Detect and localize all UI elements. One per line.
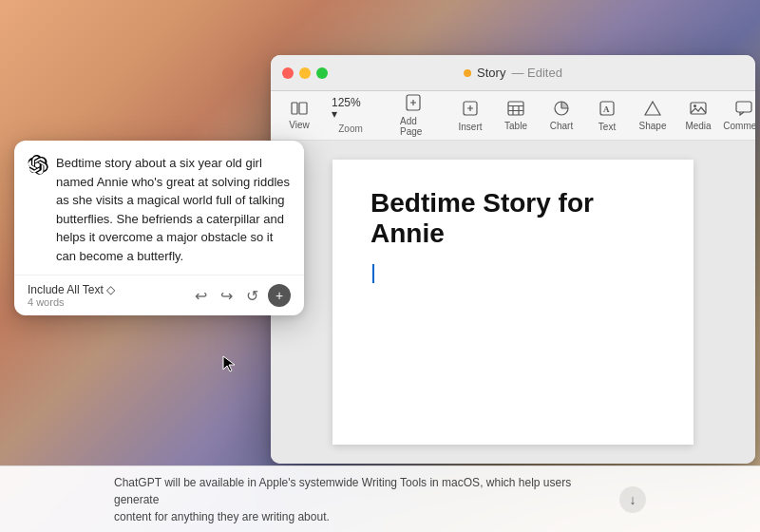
redo-button[interactable]: ↪ — [217, 285, 237, 307]
shape-label: Shape — [639, 121, 667, 131]
add-page-label: Add Page — [400, 116, 427, 137]
toolbar-shape[interactable]: Shape — [632, 97, 674, 135]
svg-point-20 — [694, 104, 696, 107]
shape-icon — [644, 101, 661, 119]
chart-label: Chart — [550, 121, 573, 131]
title-dot-icon — [464, 69, 471, 77]
chart-icon — [553, 101, 570, 119]
toolbar-view[interactable]: View — [278, 97, 320, 134]
close-button[interactable] — [282, 67, 294, 79]
chatgpt-popup: Bedtime story about a six year old girl … — [14, 141, 304, 315]
view-icon — [291, 101, 308, 118]
window-edited-text: — Edited — [511, 66, 561, 80]
undo-button[interactable]: ↩ — [191, 285, 211, 307]
media-icon — [690, 101, 707, 119]
window-titlebar: Story — Edited — [271, 55, 755, 91]
window-toolbar: View 125% ▾ Zoom Add Page — [271, 91, 755, 141]
comment-label: Comment — [723, 121, 755, 131]
table-icon — [507, 101, 524, 119]
svg-rect-21 — [736, 102, 751, 112]
maximize-button[interactable] — [316, 67, 328, 79]
chatgpt-logo-icon — [28, 155, 48, 176]
svg-marker-18 — [645, 102, 660, 115]
zoom-value-label: 125% ▾ — [332, 97, 370, 120]
media-label: Media — [685, 121, 711, 131]
text-cursor — [372, 264, 374, 283]
toolbar-media[interactable]: Media — [677, 97, 719, 135]
window-title: Story — Edited — [464, 66, 562, 80]
minimize-button[interactable] — [299, 67, 311, 79]
pages-window: Story — Edited View 125% ▾ Zoom — [271, 55, 755, 464]
popup-footer-left: Include All Text ◇ 4 words — [28, 283, 115, 308]
popup-actions: ↩ ↪ ↺ + — [191, 284, 291, 307]
table-label: Table — [504, 121, 527, 131]
svg-rect-19 — [691, 103, 706, 114]
add-page-icon — [406, 94, 421, 114]
insert-icon — [462, 100, 479, 120]
insert-label: Insert — [458, 122, 482, 132]
popup-footer: Include All Text ◇ 4 words ↩ ↪ ↺ + — [14, 275, 304, 315]
svg-rect-0 — [292, 103, 297, 114]
text-label: Text — [598, 122, 616, 132]
toolbar-table[interactable]: Table — [495, 97, 537, 135]
download-button[interactable]: ↓ — [619, 486, 646, 513]
popup-message: Bedtime story about a six year old girl … — [28, 154, 291, 265]
toolbar-add-page[interactable]: Add Page — [392, 90, 434, 141]
traffic-lights — [282, 67, 328, 79]
toolbar-text[interactable]: A Text — [586, 96, 628, 136]
retry-button[interactable]: ↺ — [242, 285, 262, 307]
add-button[interactable]: + — [268, 284, 291, 307]
popup-message-area: Bedtime story about a six year old girl … — [14, 141, 304, 275]
zoom-label: Zoom — [338, 124, 363, 134]
bottom-bar: ChatGPT will be available in Apple's sys… — [0, 466, 760, 532]
toolbar-zoom[interactable]: 125% ▾ Zoom — [324, 93, 377, 138]
svg-text:A: A — [603, 104, 610, 114]
toolbar-comment[interactable]: Comment — [723, 97, 755, 135]
document-content: Bedtime Story for Annie — [271, 141, 755, 464]
window-title-text: Story — [477, 66, 505, 80]
toolbar-insert[interactable]: Insert — [449, 96, 491, 136]
svg-rect-1 — [299, 103, 307, 114]
word-count-label: 4 words — [28, 296, 115, 308]
bottom-bar-text: ChatGPT will be available in Apple's sys… — [114, 474, 608, 525]
toolbar-chart[interactable]: Chart — [541, 97, 582, 135]
view-label: View — [289, 120, 310, 130]
svg-rect-8 — [508, 102, 523, 115]
text-box-icon: A — [598, 100, 616, 120]
include-all-text-label[interactable]: Include All Text ◇ — [28, 283, 115, 296]
document-title: Bedtime Story for Annie — [370, 188, 656, 249]
document-page: Bedtime Story for Annie — [332, 160, 694, 445]
popup-text: Bedtime story about a six year old girl … — [56, 154, 291, 265]
comment-icon — [735, 101, 752, 119]
download-icon: ↓ — [630, 492, 636, 507]
